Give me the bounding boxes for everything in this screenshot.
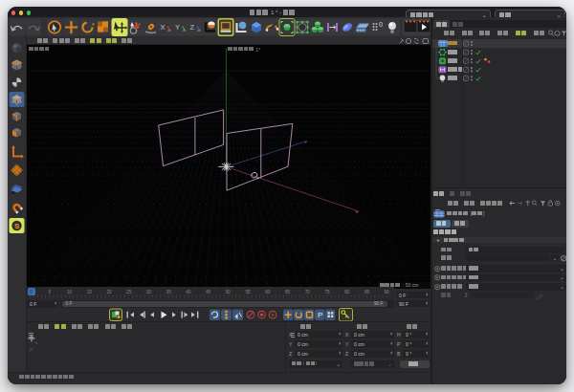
svg-text:70: 70	[305, 290, 311, 294]
svg-text:55: 55	[246, 290, 252, 294]
svg-text:S: S	[14, 222, 20, 230]
svg-text:15: 15	[87, 290, 93, 294]
svg-text:X: X	[161, 23, 166, 32]
svg-text:0: 0	[379, 21, 383, 28]
svg-text:Z: Z	[190, 23, 195, 32]
svg-text:45: 45	[206, 290, 211, 294]
svg-text:85: 85	[364, 290, 370, 294]
svg-text:20: 20	[106, 290, 112, 294]
svg-text:P: P	[318, 311, 322, 319]
svg-text:Y: Y	[175, 23, 180, 32]
svg-text:10: 10	[67, 290, 73, 294]
svg-text:90: 90	[385, 290, 390, 294]
svg-text:75: 75	[324, 290, 330, 294]
svg-text:30: 30	[146, 290, 152, 294]
svg-text:80: 80	[344, 290, 350, 294]
svg-text:35: 35	[166, 290, 172, 294]
svg-text:5: 5	[48, 290, 51, 294]
svg-text:60: 60	[265, 290, 271, 294]
svg-text:25: 25	[126, 290, 132, 294]
svg-text:50: 50	[226, 290, 232, 294]
svg-text:65: 65	[285, 290, 291, 294]
svg-text:40: 40	[186, 290, 191, 294]
